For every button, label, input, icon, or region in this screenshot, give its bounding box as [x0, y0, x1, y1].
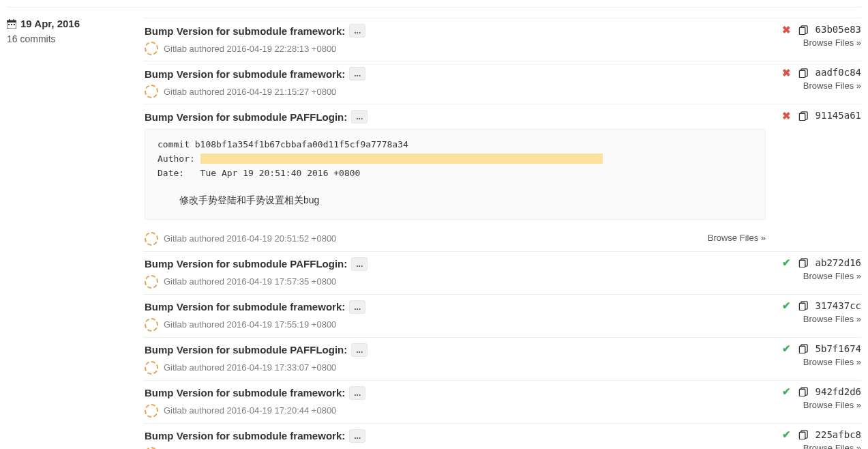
commit-title[interactable]: Bump Version for submodule framework: — [145, 68, 345, 80]
commit-title[interactable]: Bump Version for submodule framework: — [145, 25, 345, 37]
expand-button[interactable]: ... — [351, 343, 368, 357]
expanded-message: 修改手势登陆和手势设置相关bug — [158, 192, 753, 207]
svg-rect-20 — [799, 390, 805, 396]
svg-rect-8 — [799, 27, 805, 34]
commit-sha[interactable]: 317437cc — [815, 300, 861, 311]
status-success-icon[interactable]: ✔ — [782, 344, 792, 353]
clipboard-icon[interactable] — [798, 343, 809, 353]
avatar[interactable] — [145, 42, 158, 55]
status-success-icon[interactable]: ✔ — [782, 387, 792, 396]
commit-row: Bump Version for submodule framework:...… — [143, 381, 861, 424]
commit-row: Bump Version for submodule PAFFLogin:...… — [143, 104, 861, 252]
clipboard-icon[interactable] — [798, 386, 809, 396]
avatar[interactable] — [145, 404, 158, 418]
redacted-author — [200, 154, 603, 164]
browse-files-link[interactable]: Browse Files » — [803, 314, 861, 324]
commit-title[interactable]: Bump Version for submodule PAFFLogin: — [145, 111, 347, 123]
commit-row: Bump Version for submodule framework:...… — [143, 295, 861, 338]
commit-row: Bump Version for submodule framework:...… — [143, 424, 861, 449]
authored-text: Gitlab authored 2016-04-19 17:20:44 +080… — [164, 405, 336, 416]
authored-text: Gitlab authored 2016-04-19 17:33:07 +080… — [164, 362, 336, 373]
browse-files-link[interactable]: Browse Files » — [803, 443, 861, 449]
svg-rect-18 — [799, 347, 805, 353]
browse-files-link[interactable]: Browse Files » — [803, 357, 861, 367]
authored-text: Gitlab authored 2016-04-19 17:55:19 +080… — [164, 319, 336, 330]
commit-row: Bump Version for submodule framework:...… — [143, 18, 861, 61]
svg-rect-2 — [9, 19, 10, 21]
svg-rect-12 — [799, 113, 805, 120]
commit-title[interactable]: Bump Version for submodule framework: — [145, 387, 345, 399]
status-success-icon[interactable]: ✔ — [782, 258, 792, 267]
expand-button[interactable]: ... — [349, 300, 365, 314]
expand-button[interactable]: ... — [351, 110, 368, 124]
commit-title[interactable]: Bump Version for submodule PAFFLogin: — [145, 344, 347, 356]
avatar[interactable] — [145, 232, 158, 246]
date-header: 19 Apr, 2016 — [7, 18, 136, 29]
expand-button[interactable]: ... — [349, 429, 365, 443]
status-success-icon[interactable]: ✔ — [782, 301, 792, 310]
svg-rect-10 — [799, 70, 805, 77]
authored-text: Gitlab authored 2016-04-19 17:57:35 +080… — [164, 276, 336, 287]
expanded-sha-line: commit b108bf1a354f1b67cbbafa00d11f5cf9a… — [158, 138, 753, 152]
clipboard-icon[interactable] — [798, 25, 809, 35]
avatar[interactable] — [145, 275, 158, 289]
svg-rect-22 — [799, 433, 805, 439]
commit-expanded: commit b108bf1a354f1b67cbbafa00d11f5cf9a… — [145, 129, 766, 220]
clipboard-icon[interactable] — [798, 300, 809, 310]
svg-rect-3 — [14, 19, 15, 21]
expanded-date-line: Date: Tue Apr 19 20:51:40 2016 +0800 — [158, 166, 753, 181]
commit-sha[interactable]: 942fd2d6 — [815, 386, 861, 397]
authored-text: Gitlab authored 2016-04-19 20:51:52 +080… — [164, 233, 336, 244]
clipboard-icon[interactable] — [798, 111, 809, 121]
calendar-icon — [7, 19, 16, 29]
browse-files-link[interactable]: Browse Files » — [708, 233, 766, 243]
commit-sha[interactable]: aadf0c84 — [815, 67, 861, 78]
svg-rect-14 — [799, 261, 805, 267]
browse-files-link[interactable]: Browse Files » — [803, 271, 861, 281]
browse-files-link[interactable]: Browse Files » — [803, 38, 861, 48]
date-text: 19 Apr, 2016 — [20, 18, 80, 29]
browse-files-link[interactable]: Browse Files » — [803, 81, 861, 91]
commit-title[interactable]: Bump Version for submodule framework: — [145, 430, 345, 441]
browse-files-link[interactable]: Browse Files » — [803, 400, 861, 410]
svg-rect-1 — [7, 20, 16, 23]
commit-row: Bump Version for submodule PAFFLogin:...… — [143, 338, 861, 381]
status-success-icon[interactable]: ✔ — [782, 430, 792, 439]
clipboard-icon[interactable] — [798, 257, 809, 267]
expand-button[interactable]: ... — [349, 386, 365, 400]
commit-sha[interactable]: 5b7f1674 — [815, 343, 861, 354]
commit-sha[interactable]: 91145a61 — [815, 110, 861, 121]
svg-rect-4 — [8, 24, 10, 25]
avatar[interactable] — [145, 361, 158, 375]
clipboard-icon[interactable] — [798, 429, 809, 439]
authored-text: Gitlab authored 2016-04-19 22:28:13 +080… — [164, 44, 336, 54]
commit-sha[interactable]: 63b05e83 — [815, 24, 861, 35]
expand-button[interactable]: ... — [351, 257, 368, 271]
authored-text: Gitlab authored 2016-04-19 21:15:27 +080… — [164, 87, 336, 97]
svg-rect-6 — [14, 24, 15, 25]
avatar[interactable] — [145, 318, 158, 332]
commit-count: 16 commits — [7, 33, 136, 44]
commit-title[interactable]: Bump Version for submodule PAFFLogin: — [145, 258, 347, 270]
svg-rect-5 — [11, 24, 12, 25]
commit-sha[interactable]: 225afbc8 — [815, 429, 861, 440]
avatar[interactable] — [145, 85, 158, 98]
commit-row: Bump Version for submodule PAFFLogin:...… — [143, 252, 861, 295]
commit-title[interactable]: Bump Version for submodule framework: — [145, 301, 345, 313]
commit-sha[interactable]: ab272d16 — [815, 257, 861, 268]
status-failed-icon[interactable]: ✖ — [782, 111, 792, 120]
status-failed-icon[interactable]: ✖ — [782, 25, 792, 34]
expand-button[interactable]: ... — [349, 67, 365, 81]
clipboard-icon[interactable] — [798, 68, 809, 78]
svg-rect-16 — [799, 304, 805, 310]
expanded-author-line: Author: — [158, 152, 753, 166]
commit-row: Bump Version for submodule framework:...… — [143, 61, 861, 104]
status-failed-icon[interactable]: ✖ — [782, 68, 792, 77]
expand-button[interactable]: ... — [349, 24, 365, 38]
